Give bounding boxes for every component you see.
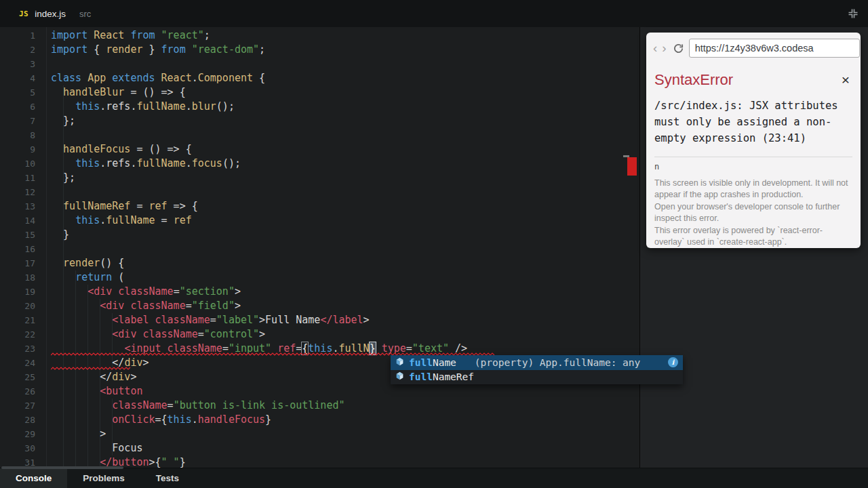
line-number: 28 [0,413,35,427]
code-line[interactable]: 23 <input className="input" ref={this.fu… [0,342,639,356]
code-line[interactable]: 12 [0,185,639,199]
code-lines: 1import React from "react";2import { ren… [0,28,639,468]
code-line[interactable]: 26 <button [0,384,639,399]
note: This screen is visible only in developme… [654,178,852,201]
line-number: 11 [0,171,35,185]
line-number: 30 [0,441,35,455]
line-number: 9 [0,142,35,157]
line-number: 19 [0,285,35,299]
back-icon[interactable]: ‹ [653,42,657,54]
preview-pane: ‹ › https://1z4y38v6w3.codesa SyntaxErro… [639,27,868,488]
match-text: full [409,357,433,368]
tab-problems[interactable]: Problems [67,468,140,488]
forward-icon[interactable]: › [662,42,666,54]
close-icon[interactable]: × [839,73,852,87]
code-line[interactable]: 10 this.refs.fullName.focus(); [0,157,639,171]
tab-console[interactable]: Console [0,468,67,488]
code-line[interactable]: 17 render() { [0,256,639,270]
bottom-panel-tabs: Console Problems Tests [0,468,868,488]
code-line[interactable]: 11 }; [0,171,639,185]
scrollbar-error-marker [627,157,637,176]
property-cube-icon [395,371,404,382]
line-number: 17 [0,256,35,270]
code-fragment: n [654,162,852,171]
error-message: /src/index.js: JSX attributes must only … [654,98,856,146]
code-line[interactable]: 20 <div className="field"> [0,299,639,313]
line-number: 2 [0,43,35,57]
folder-label: src [79,9,91,19]
line-number: 4 [0,71,35,85]
code-editor[interactable]: 1import React from "react";2import { ren… [0,27,639,468]
code-line[interactable]: 19 <div className="section"> [0,285,639,299]
code-line[interactable]: 14 this.fullName = ref [0,214,639,228]
code-line[interactable]: 29 > [0,427,639,441]
rest-text: Name [433,357,456,368]
autocomplete-popup: fullName (property) App.fullName: any i … [391,355,683,384]
line-number: 15 [0,228,35,242]
line-number: 18 [0,270,35,285]
tab-index-js[interactable]: JS index.js [0,9,66,19]
autocomplete-item-fullname[interactable]: fullName (property) App.fullName: any i [391,355,683,370]
line-number: 10 [0,157,35,171]
code-line[interactable]: 9 handleFocus = () => { [0,142,639,157]
line-number: 26 [0,384,35,399]
url-input[interactable]: https://1z4y38v6w3.codesa [689,39,860,58]
title-bar: JS index.js src [0,0,868,27]
error-title: SyntaxError [654,71,733,89]
line-number: 29 [0,427,35,441]
note: This error overlay is powered by `react-… [654,225,852,248]
line-number: 27 [0,399,35,413]
item-detail: (property) App.fullName: any [475,357,663,368]
property-cube-icon [395,357,404,368]
line-number: 6 [0,100,35,114]
code-line[interactable]: 7 }; [0,114,639,128]
line-number: 3 [0,57,35,71]
line-number: 8 [0,128,35,142]
code-line[interactable]: 16 [0,242,639,256]
autocomplete-item-fullnameref[interactable]: fullNameRef [391,370,683,385]
error-overlay: SyntaxError × /src/index.js: JSX attribu… [646,62,861,248]
error-notes: This screen is visible only in developme… [654,178,852,248]
code-line[interactable]: 6 this.refs.fullName.blur(); [0,100,639,114]
code-line[interactable]: 21 <label className="label">Full Name</l… [0,313,639,327]
info-icon[interactable]: i [668,357,678,367]
line-number: 23 [0,342,35,356]
line-number: 12 [0,185,35,199]
line-number: 21 [0,313,35,327]
horizontal-scrollbar-thumb[interactable] [1,466,123,469]
code-line[interactable]: 3 [0,57,639,71]
javascript-file-icon: JS [19,9,28,18]
code-line[interactable]: 1import React from "react"; [0,28,639,43]
line-number: 1 [0,28,35,43]
code-line[interactable]: 5 handleBlur = () => { [0,85,639,100]
collapse-view-icon[interactable] [848,8,859,19]
file-name: index.js [35,9,66,19]
refresh-icon[interactable] [673,43,684,54]
line-number: 20 [0,299,35,313]
line-number: 22 [0,327,35,342]
code-line[interactable]: 18 return ( [0,270,639,285]
line-number: 25 [0,370,35,384]
code-line[interactable]: 8 [0,128,639,142]
code-line[interactable]: 4class App extends React.Component { [0,71,639,85]
code-line[interactable]: 22 <div className="control"> [0,327,639,342]
line-number: 16 [0,242,35,256]
line-number: 14 [0,214,35,228]
code-line[interactable]: 28 onClick={this.handleFocus} [0,413,639,427]
match-text: full [409,371,433,382]
line-number: 5 [0,85,35,100]
code-line[interactable]: 13 fullNameRef = ref => { [0,199,639,214]
code-line[interactable]: 27 className="button is-link is-outlined… [0,399,639,413]
rest-text: NameRef [433,371,474,382]
code-line[interactable]: 2import { render } from "react-dom"; [0,43,639,57]
browser-preview-card: ‹ › https://1z4y38v6w3.codesa SyntaxErro… [646,33,861,248]
tab-tests[interactable]: Tests [140,468,195,488]
code-line[interactable]: 30 Focus [0,441,639,455]
browser-nav-bar: ‹ › https://1z4y38v6w3.codesa [646,33,861,62]
note: Open your browser's developer console to… [654,201,852,224]
divider [654,157,852,157]
code-line[interactable]: 15 } [0,228,639,242]
line-number: 24 [0,356,35,370]
line-number: 7 [0,114,35,128]
line-number: 13 [0,199,35,214]
